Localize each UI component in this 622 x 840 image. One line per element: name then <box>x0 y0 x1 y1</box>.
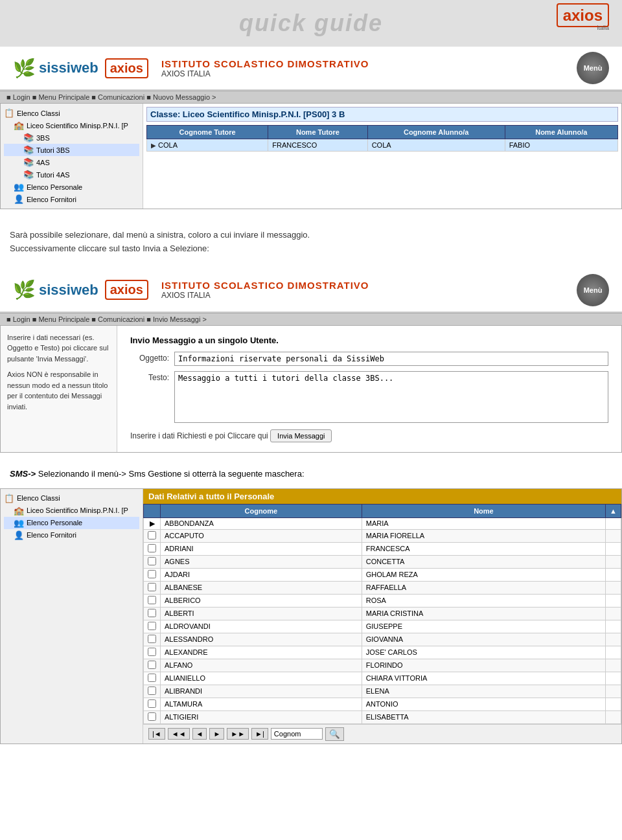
sidebar-item-elenco-classi[interactable]: 📋 Elenco Classi <box>4 107 139 119</box>
table-row[interactable]: AGNESCONCETTA <box>144 555 621 568</box>
cell-nome: MARIA CRISTINA <box>362 607 605 620</box>
row-checkbox-cell[interactable] <box>144 568 161 581</box>
bc2-com[interactable]: Comunicazioni <box>98 315 144 323</box>
table-row[interactable]: ALIANIELLOCHIARA VITTORIA <box>144 672 621 685</box>
sidebar3-personale-label: Elenco Personale <box>27 519 82 527</box>
leaf-icon-2: 🌿 <box>13 279 36 301</box>
row-checkbox-cell[interactable] <box>144 646 161 659</box>
cell-nome: GIUSEPPE <box>362 620 605 633</box>
row-checkbox[interactable] <box>148 699 156 708</box>
oggetto-input[interactable] <box>174 352 608 366</box>
table-row[interactable]: ALESSANDROGIOVANNA <box>144 633 621 646</box>
row-checkbox-cell[interactable] <box>144 542 161 555</box>
row-checkbox-cell[interactable] <box>144 529 161 542</box>
row-checkbox[interactable] <box>148 583 156 591</box>
table-row[interactable]: ALBANESERAFFAELLA <box>144 581 621 594</box>
table-row[interactable]: ACCAPUTOMARIA FIORELLA <box>144 529 621 542</box>
table-row[interactable]: ▶ABBONDANZAMARIA <box>144 517 621 529</box>
tutori-table: Cognome Tutore Nome Tutore Cognome Alunn… <box>146 125 618 152</box>
bc1-login[interactable]: Login <box>13 93 30 101</box>
row-checkbox[interactable] <box>148 661 156 669</box>
nav-prev-fast[interactable]: ◄◄ <box>168 728 190 740</box>
class-icon-tutori4as: 📚 <box>23 170 34 179</box>
bc2-login[interactable]: Login <box>13 315 30 323</box>
nav-prev[interactable]: ◄ <box>192 728 207 740</box>
form-footer-text: Inserire i dati Richiesti e poi Cliccare… <box>130 431 268 440</box>
cell-nome: FLORINDO <box>362 659 605 672</box>
menu-button-2[interactable]: Menù <box>577 274 609 306</box>
sidebar-item-3bs[interactable]: 📚 3BS <box>4 131 139 144</box>
row-checkbox[interactable] <box>148 557 156 565</box>
row-checkbox-cell[interactable] <box>144 607 161 620</box>
table-row[interactable]: AJDARIGHOLAM REZA <box>144 568 621 581</box>
testo-textarea[interactable]: Messaggio a tutti i tutori della classe … <box>174 371 608 423</box>
nav-next-fast[interactable]: ►► <box>227 728 249 740</box>
sidebar-item-tutori-3bs[interactable]: 📚 Tutori 3BS <box>4 144 139 156</box>
bc2-menu[interactable]: Menu Principale <box>38 315 89 323</box>
cell-cognome: ALIBRANDI <box>161 685 362 698</box>
row-checkbox-cell[interactable] <box>144 659 161 672</box>
form-footer: Inserire i dati Richiesti e poi Cliccare… <box>130 429 608 442</box>
row-checkbox-cell[interactable] <box>144 672 161 685</box>
row-checkbox-cell[interactable] <box>144 685 161 698</box>
col-cognome-alunno: Cognome Alunno/a <box>367 126 505 139</box>
sidebar-item-fornitori[interactable]: 👤 Elenco Fornitori <box>4 193 139 205</box>
first-panel: 📋 Elenco Classi 🏫 Liceo Scientifico Mini… <box>0 103 622 209</box>
row-checkbox-cell[interactable] <box>144 555 161 568</box>
sidebar-item-4as[interactable]: 📚 4AS <box>4 156 139 168</box>
table-row[interactable]: ALDROVANDIGIUSEPPE <box>144 620 621 633</box>
cell-cognome: AJDARI <box>161 568 362 581</box>
table-row[interactable]: ALFANOFLORINDO <box>144 659 621 672</box>
row-checkbox-cell[interactable] <box>144 710 161 723</box>
bc1-menu[interactable]: Menu Principale <box>38 93 89 101</box>
table-row[interactable]: ALTIGIERIELISABETTA <box>144 710 621 723</box>
table-row[interactable]: ALBERTIMARIA CRISTINA <box>144 607 621 620</box>
table-row[interactable]: ADRIANIFRANCESCA <box>144 542 621 555</box>
search-input[interactable] <box>271 728 323 740</box>
row-checkbox-cell[interactable] <box>144 581 161 594</box>
row-checkbox-cell[interactable] <box>144 698 161 710</box>
form-title: Invio Messaggio a un singolo Utente. <box>130 335 608 345</box>
search-button[interactable]: 🔍 <box>325 727 344 741</box>
sidebar3-item-fornitori[interactable]: 👤 Elenco Fornitori <box>4 529 139 541</box>
table-row[interactable]: ALBERICOROSA <box>144 594 621 607</box>
sidebar3-item-personale[interactable]: 👥 Elenco Personale <box>4 517 139 529</box>
cell-nome: CHIARA VITTORIA <box>362 672 605 685</box>
nav-last[interactable]: ►| <box>251 728 268 740</box>
row-checkbox[interactable] <box>148 635 156 643</box>
col-nome-tutore: Nome Tutore <box>268 126 367 139</box>
cell-cognome: AGNES <box>161 555 362 568</box>
row-checkbox[interactable] <box>148 712 156 721</box>
row-checkbox-cell[interactable] <box>144 594 161 607</box>
table-row[interactable]: ALTAMURAANTONIO <box>144 698 621 710</box>
row-checkbox[interactable] <box>148 609 156 617</box>
sidebar-item-personale[interactable]: 👥 Elenco Personale <box>4 181 139 193</box>
row-checkbox[interactable] <box>148 687 156 695</box>
row-checkbox-cell[interactable] <box>144 620 161 633</box>
row-checkbox[interactable] <box>148 596 156 604</box>
table-row[interactable]: ▶ COLA FRANCESCO COLA FABIO <box>147 139 618 152</box>
bc2-invio[interactable]: Invio Messaggi <box>153 315 200 323</box>
menu-button[interactable]: Menù <box>577 52 609 84</box>
send-button[interactable]: Invia Messaggi <box>270 429 332 442</box>
col-scroll: ▲ <box>606 504 621 517</box>
row-checkbox[interactable] <box>148 544 156 552</box>
sidebar-item-tutori-4as[interactable]: 📚 Tutori 4AS <box>4 168 139 181</box>
fornitori-icon-3: 👤 <box>14 530 24 540</box>
row-checkbox[interactable] <box>148 570 156 578</box>
row-checkbox[interactable] <box>148 674 156 682</box>
row-checkbox[interactable] <box>148 622 156 630</box>
table-row[interactable]: ALEXANDREJOSE' CARLOS <box>144 646 621 659</box>
nav-first[interactable]: |◄ <box>148 728 165 740</box>
nav-next[interactable]: ► <box>209 728 224 740</box>
sidebar3-item-liceo[interactable]: 🏫 Liceo Scientifico Minisp.P.N.I. [P <box>4 505 139 517</box>
bc1-nuovo[interactable]: Nuovo Messaggio <box>153 93 210 101</box>
row-checkbox[interactable] <box>148 648 156 656</box>
row-checkbox-cell[interactable] <box>144 633 161 646</box>
sidebar-item-liceo[interactable]: 🏫 Liceo Scientifico Minisp.P.N.I. [P <box>4 119 139 131</box>
personale-icon-3: 👥 <box>14 518 24 528</box>
sidebar3-item-elenco-classi[interactable]: 📋 Elenco Classi <box>4 492 139 505</box>
table-row[interactable]: ALIBRANDIELENA <box>144 685 621 698</box>
row-checkbox[interactable] <box>148 531 156 539</box>
bc1-com[interactable]: Comunicazioni <box>98 93 144 101</box>
